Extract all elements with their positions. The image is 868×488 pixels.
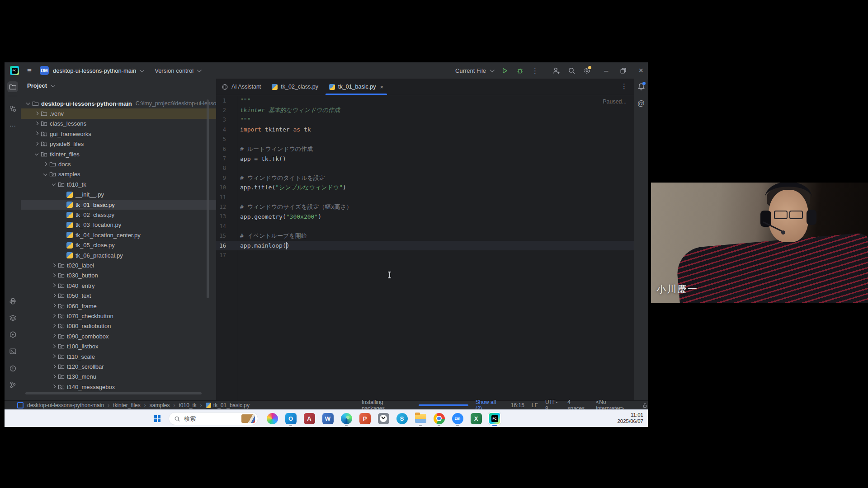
tree-item-tk-01-basic-py-selected[interactable]: tk_01_basic.py [21, 200, 216, 210]
main-menu-icon[interactable]: ≡ [27, 67, 32, 75]
tree-item-t100-listbox[interactable]: t100_listbox [21, 342, 216, 352]
taskbar-zoom-icon[interactable]: zm [451, 412, 464, 425]
taskbar-powerpoint-icon[interactable]: P [359, 412, 371, 425]
dependencies-tool-icon[interactable] [7, 312, 18, 323]
code-line[interactable]: 3""" [216, 115, 634, 125]
close-window-button[interactable]: × [638, 66, 643, 75]
tree-item-venv[interactable]: .venv [21, 108, 216, 118]
taskbar-pycharm-icon-active[interactable]: PC [488, 412, 501, 425]
vcs-menu-button[interactable]: Version control [155, 67, 193, 74]
tree-item-t120-scrollbar[interactable]: t120_scrollbar [21, 361, 216, 371]
taskbar-word-icon[interactable]: W [321, 412, 334, 425]
chevron-collapsed-icon[interactable] [50, 323, 57, 330]
restore-window-button[interactable] [619, 67, 627, 75]
more-actions-icon[interactable]: ⋮ [532, 67, 538, 74]
chevron-collapsed-icon[interactable] [33, 141, 40, 148]
lock-icon[interactable] [642, 403, 648, 408]
tree-item-t020-label[interactable]: t020_label [21, 260, 216, 270]
tree-item-samples[interactable]: samples [21, 169, 216, 179]
taskbar-timer-app-icon[interactable] [377, 412, 390, 425]
taskbar-skype-icon[interactable]: S [396, 412, 408, 425]
taskbar-chrome-icon[interactable] [433, 412, 445, 425]
code-line[interactable]: 9# ウィンドウのタイトルを設定 [216, 173, 634, 183]
tree-item-t030-button[interactable]: t030_button [21, 271, 216, 281]
tab-close-icon[interactable]: × [380, 84, 383, 90]
python-packages-tool-icon[interactable] [7, 296, 18, 306]
tree-item-docs[interactable]: docs [21, 159, 216, 169]
tree-item-t010-tk[interactable]: t010_tk [21, 179, 216, 189]
code-line[interactable]: 2tkinter 基本的なウィンドウの作成 [216, 105, 634, 115]
services-tool-icon[interactable] [7, 329, 18, 340]
chevron-collapsed-icon[interactable] [50, 363, 57, 371]
tree-item-t130-menu[interactable]: t130_menu [21, 372, 216, 382]
code-line[interactable]: 10app.title("シンプルなウィンドウ") [216, 183, 634, 192]
chevron-collapsed-icon[interactable] [33, 110, 40, 117]
tree-item-init-py[interactable]: __init__.py [21, 190, 216, 200]
tree-item-project-root[interactable]: desktop-ui-lessons-python-mainC:¥my_proj… [21, 99, 216, 108]
taskbar-outlook-icon[interactable]: O [284, 412, 297, 425]
code-line[interactable]: 14 [216, 221, 634, 231]
tab-tk-01-basic-py-active[interactable]: tk_01_basic.py × [324, 79, 389, 95]
settings-gear-icon[interactable] [583, 67, 591, 75]
tab-tk-02-class-py[interactable]: tk_02_class.py [266, 79, 324, 95]
tree-item-t060-frame[interactable]: t060_frame [21, 301, 216, 311]
line-separator-widget[interactable]: LF [532, 402, 538, 408]
run-button[interactable] [501, 67, 509, 75]
project-horizontal-scrollbar[interactable] [25, 392, 202, 394]
tree-item-t080-radiobutton[interactable]: t080_radiobutton [21, 321, 216, 331]
code-with-me-icon[interactable] [552, 67, 560, 75]
chevron-expanded-icon[interactable] [50, 181, 57, 188]
minimize-button[interactable]: – [604, 67, 608, 75]
chevron-collapsed-icon[interactable] [33, 120, 40, 127]
code-line[interactable]: 17 [216, 250, 634, 260]
code-line[interactable]: 12# ウィンドウのサイズを設定（幅x高さ） [216, 202, 634, 211]
project-vertical-scrollbar[interactable] [207, 99, 209, 298]
tree-item-gui-frameworks[interactable]: gui_frameworks [21, 129, 216, 139]
chevron-collapsed-icon[interactable] [42, 161, 49, 168]
chevron-collapsed-icon[interactable] [50, 262, 57, 269]
chevron-expanded-icon[interactable] [33, 150, 40, 158]
ai-assistant-tool-icon[interactable]: @ [637, 99, 645, 108]
tree-item-t050-text[interactable]: t050_text [21, 291, 216, 301]
taskbar-search-box[interactable]: 検索 [169, 412, 258, 425]
search-everywhere-icon[interactable] [568, 67, 576, 75]
taskbar-excel-icon[interactable]: X [470, 412, 482, 425]
code-line[interactable]: 13app.geometry("300x200") [216, 212, 634, 221]
chevron-collapsed-icon[interactable] [50, 333, 57, 340]
more-tool-windows-icon[interactable]: … [7, 118, 18, 129]
tree-item-t070-checkbutton[interactable]: t070_checkbutton [21, 311, 216, 321]
notifications-bell-icon[interactable] [637, 82, 646, 91]
run-configuration-selector[interactable]: Current File [455, 67, 486, 74]
taskbar-copilot-icon[interactable] [266, 412, 278, 425]
tab-bar-more-icon[interactable]: ⋮ [621, 83, 627, 89]
tree-item-t040-entry[interactable]: t040_entry [21, 281, 216, 291]
code-line[interactable]: 5 [216, 135, 634, 144]
tree-item-tk-03-location-py[interactable]: tk_03_location.py [21, 220, 216, 230]
tree-item-class-lessons[interactable]: class_lessons [21, 119, 216, 129]
chevron-collapsed-icon[interactable] [50, 383, 57, 390]
tree-item-tkinter-files[interactable]: tkinter_files [21, 149, 216, 159]
chevron-expanded-icon[interactable] [42, 171, 49, 178]
debug-button[interactable] [516, 67, 524, 75]
project-selector-button[interactable]: desktop-ui-lessons-python-main [53, 67, 136, 74]
code-line-current[interactable]: 16app.mainloop() [216, 241, 634, 250]
tree-item-tk-06-practical-py[interactable]: tk_06_practical.py [21, 250, 216, 260]
caret-position-widget[interactable]: 16:15 [511, 402, 524, 408]
chevron-collapsed-icon[interactable] [50, 292, 57, 300]
code-line[interactable]: 15# イベントループを開始 [216, 231, 634, 241]
taskbar-edge-icon[interactable] [340, 412, 353, 425]
tree-item-t090-combobox[interactable]: t090_combobox [21, 331, 216, 341]
chevron-collapsed-icon[interactable] [50, 343, 57, 350]
chevron-collapsed-icon[interactable] [50, 272, 57, 279]
code-line[interactable]: 6# ルートウィンドウの作成 [216, 144, 634, 154]
chevron-collapsed-icon[interactable] [50, 302, 57, 310]
chevron-collapsed-icon[interactable] [50, 282, 57, 289]
code-line[interactable]: 8 [216, 164, 634, 173]
tree-item-t140-messagebox[interactable]: t140_messagebox [21, 382, 216, 392]
breadcrumb-project[interactable]: desktop-ui-lessons-python-main [27, 402, 104, 408]
code-line[interactable]: 4import tkinter as tk [216, 125, 634, 134]
breadcrumb-samples[interactable]: samples [150, 402, 170, 408]
version-control-tool-icon[interactable] [7, 379, 18, 390]
tree-item-t110-scale[interactable]: t110_scale [21, 352, 216, 361]
tab-ai-assistant[interactable]: AI Assistant [216, 79, 266, 95]
